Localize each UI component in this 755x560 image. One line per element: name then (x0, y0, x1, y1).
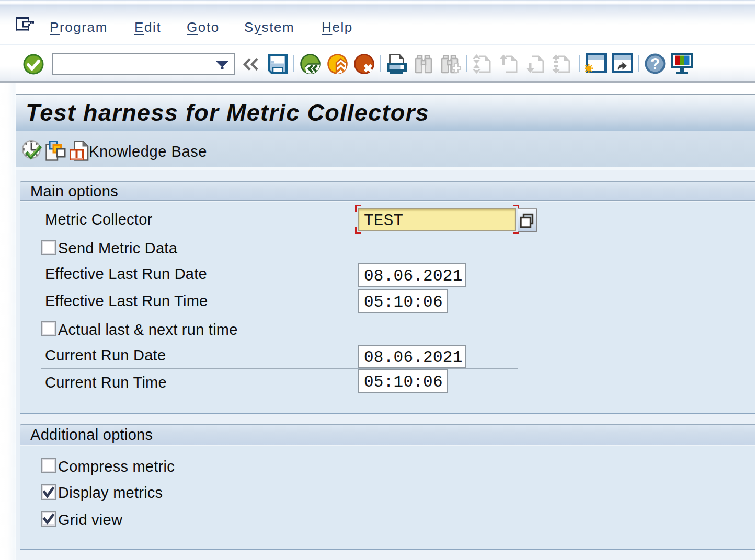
svg-text:?: ? (650, 55, 660, 73)
